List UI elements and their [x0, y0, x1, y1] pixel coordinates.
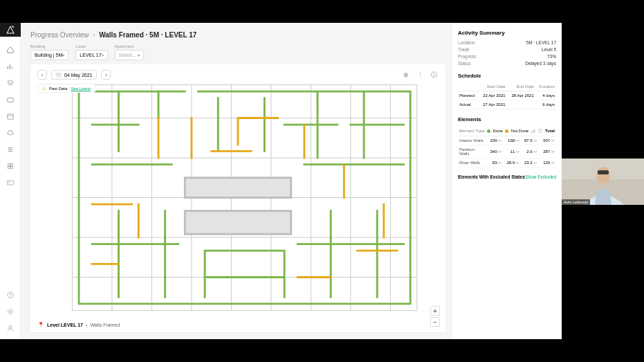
- svg-rect-5: [10, 167, 12, 169]
- apartment-select[interactable]: Select...▾: [115, 50, 144, 60]
- user-icon[interactable]: [6, 324, 15, 332]
- cloud-icon[interactable]: [6, 129, 15, 137]
- svg-point-10: [9, 310, 12, 313]
- pin-icon: 📍: [37, 322, 44, 328]
- filters-row: Building Building | 5M▾ Level LEVEL 17▾ …: [30, 44, 445, 60]
- svg-rect-18: [534, 129, 535, 133]
- chevron-down-icon: ▾: [138, 53, 140, 57]
- chevron-down-icon: ▾: [62, 53, 64, 57]
- right-panel: Activity Summary Location5M · LEVEL 17 T…: [452, 23, 562, 339]
- svg-rect-4: [8, 167, 10, 169]
- excluded-label: Elements With Excluded States: [458, 174, 525, 179]
- calendar-icon: [56, 72, 62, 78]
- chart-icon[interactable]: [6, 62, 15, 71]
- bar-view-icon[interactable]: [531, 128, 536, 134]
- svg-rect-16: [531, 131, 532, 132]
- show-excluded-link[interactable]: Show Excluded: [525, 174, 556, 179]
- schedule-title: Schedule: [458, 73, 556, 79]
- svg-point-22: [596, 167, 610, 183]
- dot-done-icon: [487, 129, 490, 133]
- chevron-down-icon: ▾: [102, 53, 104, 57]
- warning-icon: ⚠: [42, 86, 46, 91]
- see-latest-link[interactable]: See Latest: [71, 87, 91, 91]
- svg-rect-23: [598, 170, 609, 174]
- folder-icon[interactable]: [6, 96, 15, 104]
- help-icon[interactable]: ?: [6, 291, 15, 299]
- video-thumbnail[interactable]: Aviv Leibovic: [562, 159, 644, 205]
- svg-text:?: ?: [9, 293, 11, 297]
- layers-icon[interactable]: [6, 79, 15, 87]
- svg-rect-17: [533, 130, 533, 133]
- table-row: Planned22 Apr 202128 Apr 20214 days: [458, 91, 556, 100]
- past-data-pill: ⚠ Past Data See Latest: [37, 84, 95, 93]
- crosshair-icon[interactable]: ⊕: [401, 70, 411, 80]
- list-icon[interactable]: [6, 145, 15, 154]
- svg-rect-15: [185, 211, 291, 235]
- info-icon[interactable]: ⓘ: [429, 70, 439, 80]
- breadcrumb-root[interactable]: Progress Overview: [30, 31, 89, 39]
- table-row: Partition Walls 340m² 11m² 2.6m² 287m²: [458, 145, 556, 159]
- date-prev-button[interactable]: ‹: [37, 70, 47, 80]
- more-icon[interactable]: ⋮: [415, 70, 425, 80]
- building-select[interactable]: Building | 5M▾: [30, 50, 68, 60]
- level-label: Level: [75, 44, 107, 48]
- svg-rect-1: [7, 114, 12, 119]
- grid-icon[interactable]: [6, 162, 15, 170]
- svg-rect-6: [7, 181, 12, 185]
- svg-point-7: [8, 182, 9, 183]
- svg-point-11: [9, 325, 12, 328]
- elements-title: Elements: [458, 116, 556, 123]
- dot-notdone-icon: [505, 129, 508, 133]
- schedule-table: Start Date End Date Duration Planned22 A…: [458, 82, 556, 109]
- status-badge: Delayed 3 days: [525, 61, 556, 66]
- apartment-label: Apartment: [115, 44, 144, 48]
- svg-rect-3: [10, 163, 12, 165]
- zoom-out-button[interactable]: −: [430, 317, 440, 327]
- svg-rect-12: [57, 73, 61, 77]
- breadcrumb-current: Walls Framed · 5M · LEVEL 17: [99, 31, 196, 39]
- floorplan-card: ‹ 04 May 2021 › ⊕ ⋮ ⓘ ⚠ Past Data See La…: [30, 64, 445, 332]
- participant-name: Aviv Leibovic: [562, 199, 590, 205]
- svg-rect-0: [7, 98, 12, 102]
- home-icon[interactable]: [6, 46, 15, 54]
- table-view-icon[interactable]: [537, 128, 543, 134]
- activity-summary-title: Activity Summary: [458, 30, 556, 36]
- zoom-in-button[interactable]: +: [430, 306, 440, 316]
- svg-rect-14: [185, 178, 291, 198]
- table-row: Riser Walls 83m² 28.9m² 23.2m² 125m²: [458, 159, 556, 168]
- elements-legend: Element Type Done Not Done Total: [458, 126, 556, 136]
- floorplan-footer: 📍 Level LEVEL 17 • Walls Framed: [37, 322, 120, 328]
- chevron-right-icon: ›: [93, 32, 95, 38]
- table-row: Interior Walls 239m² 168m² 87.5m² 507m²: [458, 136, 556, 145]
- date-next-button[interactable]: ›: [101, 70, 111, 80]
- date-picker[interactable]: 04 May 2021: [51, 70, 97, 80]
- table-row: Actual27 Apr 20216 days: [458, 100, 556, 109]
- image-icon[interactable]: [6, 179, 15, 187]
- breadcrumb: Progress Overview › Walls Framed · 5M · …: [30, 31, 445, 39]
- gear-icon[interactable]: [6, 307, 15, 316]
- building-label: Building: [30, 44, 68, 48]
- left-nav: ?: [0, 23, 21, 339]
- floorplan-canvas[interactable]: [37, 78, 439, 317]
- level-select[interactable]: LEVEL 17▾: [75, 50, 107, 60]
- svg-rect-2: [8, 163, 10, 165]
- calendar-icon[interactable]: [6, 112, 15, 120]
- app-logo[interactable]: [0, 23, 21, 37]
